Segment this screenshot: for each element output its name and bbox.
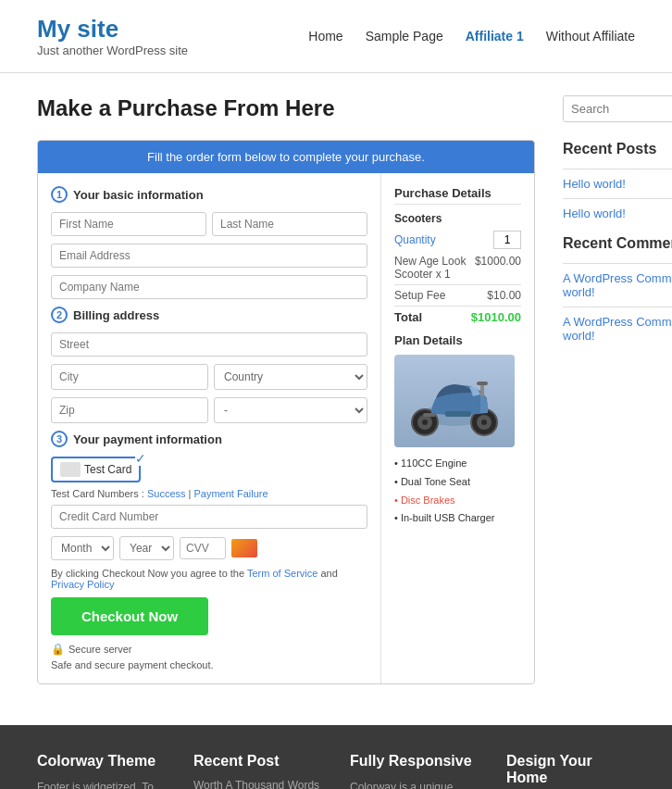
card-icon — [60, 462, 81, 477]
nav-without-affiliate[interactable]: Without Affiliate — [546, 29, 635, 44]
svg-point-3 — [422, 420, 428, 425]
qty-input[interactable] — [493, 231, 521, 249]
state-select[interactable]: - — [214, 397, 367, 423]
scooter-svg — [399, 359, 510, 443]
section2-title: Billing address — [73, 308, 159, 322]
recent-posts-title: Recent Posts — [563, 141, 672, 157]
form-left: 1 Your basic information — [38, 173, 381, 683]
privacy-link[interactable]: Privacy Policy — [51, 579, 114, 590]
svg-rect-8 — [477, 382, 488, 385]
section3-title: Your payment information — [73, 432, 222, 446]
qty-label: Quantity — [394, 233, 436, 246]
divider-3 — [563, 263, 672, 264]
feature-2: Dual Tone Seat — [401, 476, 470, 487]
company-row — [51, 275, 367, 299]
footer-col-4: Design Your Home Express your creativity… — [506, 753, 635, 789]
comment-2: A WordPress Commenter on Hello world! — [563, 315, 672, 343]
cc-number-row — [51, 505, 367, 529]
test-card-info: Test Card Numbers : Success | Payment Fa… — [51, 488, 367, 499]
feature-item: • In-built USB Charger — [394, 509, 521, 528]
commenter-2[interactable]: A WordPress Commenter — [563, 315, 672, 329]
footer-col4-title: Design Your Home — [506, 753, 635, 786]
first-name-input[interactable] — [51, 212, 206, 236]
post-link-1[interactable]: Hello world! — [563, 177, 672, 191]
site-tagline: Just another WordPress site — [37, 44, 188, 57]
country-select[interactable]: Country — [214, 364, 367, 390]
product-name: Scooters — [394, 212, 521, 225]
terms-text: By clicking Checkout Now you agree to th… — [51, 568, 367, 590]
footer-post-link-1[interactable]: Worth A Thousand Words — [193, 779, 322, 789]
feature-item: • 110CC Engine — [394, 455, 521, 473]
sidebar: 🔍 Recent Posts Hello world! Hello world!… — [563, 95, 672, 684]
section3-num: 3 — [51, 431, 68, 447]
main-container: Make a Purchase From Here Fill the order… — [0, 73, 672, 707]
terms-link[interactable]: Term of Service — [247, 568, 317, 579]
total-price: $1010.00 — [471, 310, 521, 324]
total-row: Total $1010.00 — [394, 306, 521, 324]
name-row — [51, 212, 367, 236]
purchase-title: Purchase Details — [394, 186, 521, 205]
fee-label: Setup Fee — [394, 289, 445, 302]
post-link-2[interactable]: Hello world! — [563, 207, 672, 220]
fee-price: $10.00 — [487, 289, 521, 302]
cc-number-input[interactable] — [51, 505, 367, 529]
header: My site Just another WordPress site Home… — [0, 0, 672, 73]
section3-header: 3 Your payment information — [51, 431, 367, 447]
scooter-image — [394, 355, 515, 447]
commenter-1[interactable]: A WordPress Commenter — [563, 271, 672, 285]
cvv-row: Month Year — [51, 536, 367, 560]
lock-icon: 🔒 — [51, 643, 65, 656]
search-box: 🔍 — [563, 95, 672, 122]
qty-row: Quantity — [394, 231, 521, 249]
section1-header: 1 Your basic information — [51, 186, 367, 203]
email-row — [51, 244, 367, 268]
form-header-bar: Fill the order form below to complete yo… — [38, 141, 534, 173]
divider-2 — [563, 198, 672, 199]
cvv-input[interactable] — [180, 537, 226, 559]
order-form-container: Fill the order form below to complete yo… — [37, 140, 535, 684]
failure-link[interactable]: Payment Failure — [194, 488, 268, 499]
footer-col2-title: Recent Post — [193, 753, 322, 770]
checkout-button[interactable]: Checkout Now — [51, 597, 208, 635]
footer-col-1: Colorway Theme Footer is widgetized. To … — [37, 753, 166, 789]
feature-1: 110CC Engine — [401, 457, 467, 469]
product-price: $1000.00 — [475, 255, 521, 281]
email-input[interactable] — [51, 244, 367, 268]
divider-4 — [563, 307, 672, 307]
section1-num: 1 — [51, 186, 68, 203]
section1-title: Your basic information — [73, 188, 204, 202]
footer-col3-title: Fully Responsive — [350, 753, 479, 770]
city-input[interactable] — [51, 364, 208, 390]
svg-rect-9 — [445, 411, 471, 417]
zip-input[interactable] — [51, 397, 208, 423]
total-label: Total — [394, 310, 422, 324]
search-input[interactable] — [564, 96, 672, 121]
comment-1: A WordPress Commenter on Hello world! — [563, 271, 672, 299]
main-nav: Home Sample Page Affiliate 1 Without Aff… — [308, 29, 635, 44]
section2-num: 2 — [51, 307, 68, 323]
footer-col1-title: Colorway Theme — [37, 753, 166, 770]
site-brand: My site Just another WordPress site — [37, 15, 188, 57]
test-card-label: Test Card Numbers : — [51, 488, 144, 499]
last-name-input[interactable] — [212, 212, 367, 236]
secure-server-row: 🔒 Secure server — [51, 643, 367, 656]
site-title: My site — [37, 15, 188, 44]
form-body: 1 Your basic information — [38, 173, 534, 683]
safe-text: Safe and secure payment checkout. — [51, 659, 367, 670]
street-input[interactable] — [51, 332, 367, 357]
success-link[interactable]: Success — [147, 488, 186, 499]
section2-header: 2 Billing address — [51, 307, 367, 323]
nav-home[interactable]: Home — [308, 29, 342, 44]
street-row — [51, 332, 367, 357]
product-detail-label: New Age Look Scooter x 1 — [394, 255, 475, 281]
year-select[interactable]: Year — [119, 536, 174, 560]
nav-sample-page[interactable]: Sample Page — [366, 29, 443, 44]
company-input[interactable] — [51, 275, 367, 299]
divider-1 — [563, 169, 672, 169]
month-select[interactable]: Month — [51, 536, 114, 560]
footer-col3-text: Colorway is a unique responsive WordPres… — [350, 779, 479, 789]
footer-col-3: Fully Responsive Colorway is a unique re… — [350, 753, 479, 789]
features-list: • 110CC Engine • Dual Tone Seat • Disc B… — [394, 455, 521, 528]
zip-row: - — [51, 397, 367, 423]
nav-affiliate1[interactable]: Affiliate 1 — [466, 29, 524, 44]
